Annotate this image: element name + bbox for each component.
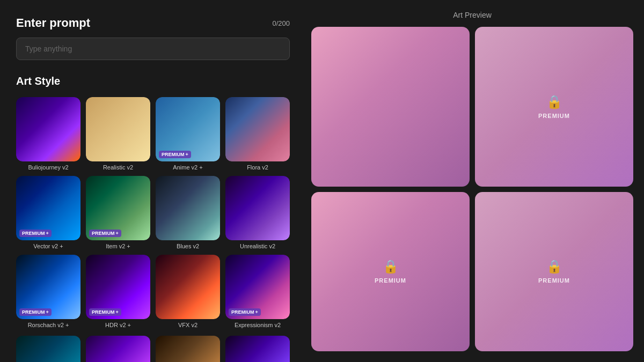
style-buliojourney[interactable]: Buliojourney v2 — [16, 97, 80, 171]
style-label-anime: Anime v2 + — [173, 164, 202, 171]
style-extra1[interactable] — [16, 336, 80, 362]
style-vector[interactable]: PREMIUM Vector v2 + — [16, 176, 80, 249]
style-label-vfx: VFX v2 — [178, 322, 197, 328]
premium-badge-expressionism: PREMIUM — [229, 308, 261, 316]
lock-icon-4: 🔒 — [546, 259, 562, 274]
partial-styles-row — [16, 336, 290, 362]
styles-grid: Buliojourney v2 Realistic v2 PREMIUM Ani… — [16, 97, 290, 328]
style-label-rorschach: Rorschach v2 + — [28, 322, 69, 328]
style-extra4[interactable] — [225, 336, 290, 362]
prompt-title: Enter prompt — [16, 16, 90, 30]
preview-card-2[interactable]: 🔒 PREMIUM — [475, 27, 633, 187]
preview-card-3[interactable]: 🔒 PREMIUM — [311, 192, 470, 352]
prompt-input[interactable] — [16, 38, 290, 60]
premium-badge-anime: PREMIUM — [159, 151, 191, 158]
style-extra3[interactable] — [156, 336, 220, 362]
style-unrealistic[interactable]: Unrealistic v2 — [225, 176, 290, 249]
style-realistic[interactable]: Realistic v2 — [86, 97, 150, 171]
preview-card-4[interactable]: 🔒 PREMIUM — [475, 192, 633, 352]
premium-overlay-3: 🔒 PREMIUM — [311, 192, 470, 352]
style-label-expressionism: Expressionism v2 — [235, 322, 281, 328]
style-label-blues: Blues v2 — [177, 243, 199, 249]
preview-card-1[interactable] — [311, 27, 470, 187]
style-label-flora: Flora v2 — [247, 164, 268, 171]
style-label-item: Item v2 + — [106, 243, 130, 249]
left-panel: Enter prompt 0/200 Prompt History Sunset… — [0, 0, 306, 362]
premium-badge-hdr: PREMIUM — [89, 308, 121, 316]
premium-badge-item: PREMIUM — [89, 230, 121, 237]
style-blues[interactable]: Blues v2 — [156, 176, 220, 249]
style-label-realistic: Realistic v2 — [103, 164, 133, 171]
premium-text-2: PREMIUM — [538, 113, 570, 119]
style-label-hdr: HDR v2 + — [105, 322, 131, 328]
char-count: 0/200 — [272, 19, 290, 27]
style-item[interactable]: PREMIUM Item v2 + — [86, 176, 150, 249]
art-preview-title: Art Preview — [311, 11, 633, 19]
style-anime[interactable]: PREMIUM Anime v2 + — [156, 97, 220, 171]
preview-grid: 🔒 PREMIUM 🔒 PREMIUM 🔒 PREMIUM — [311, 27, 633, 351]
style-extra2[interactable] — [86, 336, 150, 362]
lock-icon-2: 🔒 — [546, 94, 562, 109]
lock-icon-3: 🔒 — [383, 259, 399, 274]
style-hdr[interactable]: PREMIUM HDR v2 + — [86, 255, 150, 328]
style-expressionism[interactable]: PREMIUM Expressionism v2 — [225, 255, 290, 328]
style-flora[interactable]: Flora v2 — [225, 97, 290, 171]
premium-badge-vector: PREMIUM — [19, 230, 52, 237]
style-label-vector: Vector v2 + — [33, 243, 63, 249]
style-label-unrealistic: Unrealistic v2 — [240, 243, 275, 249]
premium-overlay-2: 🔒 PREMIUM — [475, 27, 633, 187]
premium-text-4: PREMIUM — [538, 277, 570, 284]
prompt-header: Enter prompt 0/200 — [16, 16, 290, 30]
premium-overlay-4: 🔒 PREMIUM — [475, 192, 633, 352]
art-style-title: Art Style — [16, 75, 290, 87]
premium-badge-rorschach: PREMIUM — [19, 308, 52, 316]
premium-text-3: PREMIUM — [375, 277, 406, 284]
style-label-buliojourney: Buliojourney v2 — [28, 164, 68, 171]
right-panel: Art Preview 🔒 PREMIUM 🔒 PREMIUM 🔒 PREMIU… — [306, 0, 644, 362]
style-rorschach[interactable]: PREMIUM Rorschach v2 + — [16, 255, 80, 328]
style-vfx[interactable]: VFX v2 — [156, 255, 220, 328]
